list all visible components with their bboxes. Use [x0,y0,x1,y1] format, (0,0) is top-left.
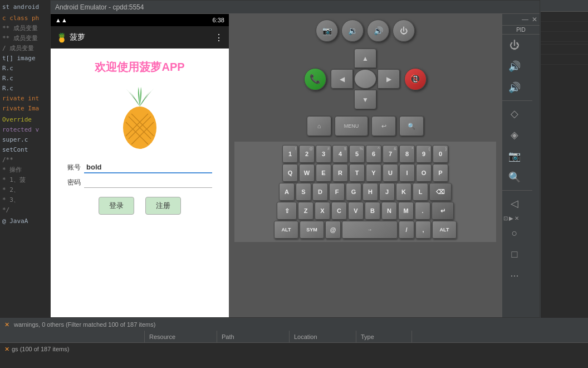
key-8[interactable]: *8 [399,145,415,163]
key-at[interactable]: @ [325,221,341,239]
dpad-up[interactable]: ▲ [354,49,376,68]
keyboard-row-asdf: A S D F G H J K L ⌫ [237,183,494,201]
key-p[interactable]: P [433,164,448,182]
key-h[interactable]: H [362,183,378,201]
emulator-controls: 📷 🔉 🔊 ⏻ 📞 ▲ ◀ ▶ ▼ 📵 [229,14,502,317]
key-z[interactable]: Z [298,202,313,220]
key-t[interactable]: T [349,164,365,182]
dpad-center[interactable] [354,69,376,89]
key-j[interactable]: J [379,183,395,201]
register-button[interactable]: 注册 [145,197,181,215]
key-0[interactable]: )0 [433,145,448,163]
key-d[interactable]: D [312,183,328,201]
key-s[interactable]: S [296,183,311,201]
menu-button[interactable]: MENU [335,116,368,136]
password-input[interactable] [84,177,212,188]
minimize-button[interactable]: — [522,16,528,23]
key-5[interactable]: %5 [349,145,365,163]
key-i[interactable]: I [399,164,415,182]
key-3[interactable]: #3 [316,145,331,163]
toolbar-play-icon[interactable]: ▶ [509,215,513,221]
key-v[interactable]: V [348,202,364,220]
key-slash[interactable]: / [399,221,414,239]
toolbar-record-icon[interactable]: ⊡ [503,215,508,221]
home-button[interactable]: ⌂ [307,116,331,136]
vol-down-button[interactable]: 🔉 [341,20,364,42]
toolbar-diamond-btn[interactable]: ◇ [502,103,527,124]
keyboard-row-qwerty: Q W E R T Y U I O P [237,164,494,182]
key-x[interactable]: X [315,202,330,220]
key-w[interactable]: W [299,164,315,182]
resource-header: Resource [149,333,175,340]
end-call-button[interactable]: 📵 [404,68,427,90]
warning-text: warnings, 0 others (Filter matched 100 o… [14,321,155,328]
win-control-buttons: — ✕ [522,16,537,23]
dpad-down[interactable]: ▼ [354,90,376,109]
key-shift[interactable]: ⇧ [277,202,297,220]
back-button[interactable]: ↩ [371,116,396,136]
toolbar-power-btn[interactable]: ⏻ [502,35,527,56]
search-button[interactable]: 🔍 [399,116,424,136]
toolbar-more-btn[interactable]: ··· [502,265,527,286]
key-7[interactable]: &7 [383,145,398,163]
log-col-resource[interactable]: Resource [145,331,217,342]
key-space[interactable]: → [342,221,398,239]
log-col-empty [0,331,145,342]
key-b[interactable]: B [365,202,380,220]
key-enter[interactable]: ↵ [432,202,454,220]
toolbar-stop-icon[interactable]: ✕ [514,215,519,221]
toolbar-eraser-btn[interactable]: ◈ [502,124,527,146]
dpad-right[interactable]: ▶ [378,69,400,89]
log-col-path[interactable]: Path [217,331,290,342]
key-f[interactable]: F [329,183,345,201]
key-o[interactable]: O [416,164,432,182]
log-warning-icon[interactable]: ✕ [4,346,9,353]
toolbar-search-btn[interactable]: 🔍 [502,167,527,188]
key-l[interactable]: L [413,183,428,201]
username-input[interactable] [84,162,212,173]
key-g[interactable]: G [346,183,361,201]
key-k[interactable]: K [396,183,411,201]
key-a[interactable]: A [279,183,295,201]
toolbar-camera-btn[interactable]: 📷 [502,146,527,167]
toolbar-vol2-btn[interactable]: 🔊 [502,77,527,98]
key-comma[interactable]: , [415,221,431,239]
login-button[interactable]: 登录 [99,197,134,215]
call-button[interactable]: 📞 [304,68,326,90]
key-del[interactable]: ⌫ [429,183,452,201]
close-button[interactable]: ✕ [532,16,537,23]
key-4[interactable]: $4 [332,145,348,163]
toolbar-back-btn[interactable]: ◁ [502,193,527,214]
vol-up-button[interactable]: 🔊 [367,20,389,42]
app-title: 菠萝 [70,32,85,42]
log-col-type[interactable]: Type [356,331,412,342]
log-col-location[interactable]: Location [290,331,356,342]
key-e[interactable]: E [316,164,331,182]
key-2[interactable]: @2 [299,145,315,163]
key-sym[interactable]: SYM [300,221,324,239]
toolbar-square-btn[interactable]: □ [502,244,527,265]
camera-button[interactable]: 📷 [316,20,338,42]
key-9[interactable]: (9 [416,145,432,163]
key-period[interactable]: . [415,202,430,220]
pid-row-1: 2297 [541,12,588,22]
key-u[interactable]: U [383,164,398,182]
menu-dots-icon[interactable]: ⋮ [214,32,223,43]
side-toolbar: — ✕ PID ⏻ 🔊 🔊 ◇ ◈ 📷 🔍 ◁ ⊡ [502,14,540,317]
key-1[interactable]: !1 [282,145,298,163]
key-6[interactable]: ^6 [366,145,381,163]
key-n[interactable]: N [381,202,397,220]
key-y[interactable]: Y [366,164,381,182]
dpad: ▲ ◀ ▶ ▼ [331,49,400,109]
toolbar-vol1-btn[interactable]: 🔊 [502,56,527,77]
key-alt-left[interactable]: ALT [274,221,298,239]
dpad-left[interactable]: ◀ [331,69,353,89]
key-c[interactable]: C [331,202,347,220]
key-r[interactable]: R [332,164,348,182]
key-q[interactable]: Q [282,164,298,182]
key-alt-right[interactable]: ALT [432,221,457,239]
power-button[interactable]: ⏻ [393,20,415,42]
toolbar-circle-btn[interactable]: ○ [502,222,527,244]
warning-icon[interactable]: ✕ [4,321,9,328]
key-m[interactable]: M [398,202,414,220]
